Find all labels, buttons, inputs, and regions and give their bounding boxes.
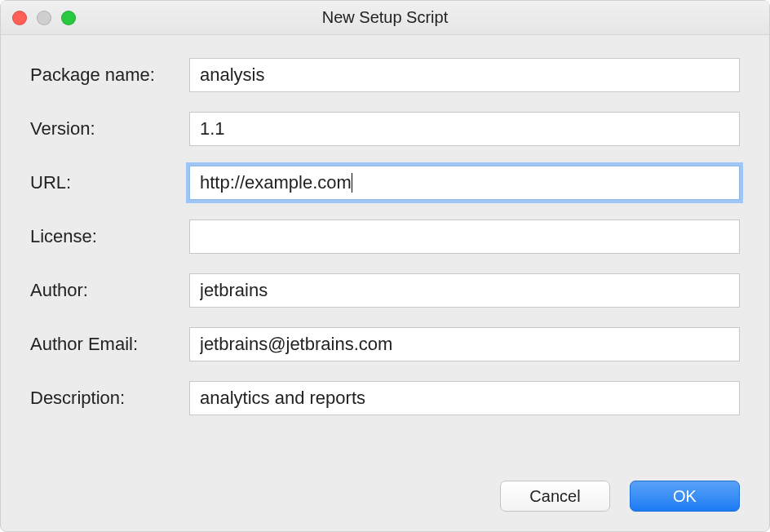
label-author-email: Author Email: <box>30 334 189 355</box>
minimize-icon[interactable] <box>37 11 51 25</box>
label-license: License: <box>30 226 189 247</box>
traffic-lights <box>12 11 76 25</box>
input-url[interactable]: http://example.com <box>189 166 740 200</box>
row-version: Version: <box>30 112 740 146</box>
input-url-text: http://example.com <box>200 172 352 193</box>
label-url: URL: <box>30 172 189 193</box>
dialog-footer: Cancel OK <box>1 472 769 531</box>
input-version[interactable] <box>189 112 740 146</box>
label-package-name: Package name: <box>30 64 189 86</box>
input-package-name[interactable] <box>189 58 740 92</box>
form-content: Package name: Version: URL: http://examp… <box>1 35 769 472</box>
row-author-email: Author Email: <box>30 327 740 361</box>
cancel-button[interactable]: Cancel <box>500 481 610 512</box>
close-icon[interactable] <box>12 11 27 25</box>
ok-button[interactable]: OK <box>630 481 740 512</box>
label-version: Version: <box>30 118 189 140</box>
row-description: Description: <box>30 381 740 415</box>
dialog-window: New Setup Script Package name: Version: … <box>0 0 770 532</box>
row-license: License: <box>30 219 740 254</box>
label-description: Description: <box>30 388 189 409</box>
label-author: Author: <box>30 280 189 301</box>
window-title: New Setup Script <box>1 8 769 27</box>
text-caret-icon <box>352 173 352 193</box>
row-url: URL: http://example.com <box>30 166 740 200</box>
input-description[interactable] <box>189 381 740 415</box>
input-author-email[interactable] <box>189 327 740 361</box>
input-author[interactable] <box>189 273 740 308</box>
row-package-name: Package name: <box>30 58 740 92</box>
maximize-icon[interactable] <box>61 11 76 25</box>
input-license[interactable] <box>189 219 740 254</box>
row-author: Author: <box>30 273 740 308</box>
titlebar: New Setup Script <box>1 1 769 35</box>
